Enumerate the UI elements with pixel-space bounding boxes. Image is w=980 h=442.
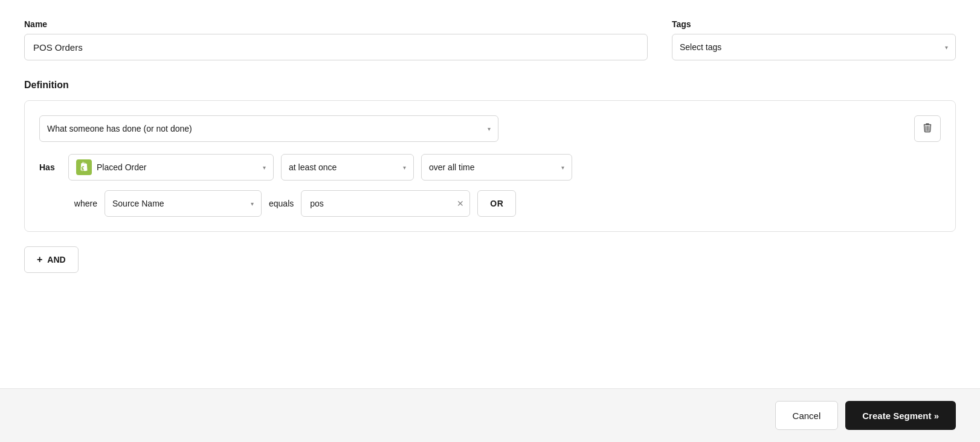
condition-type-row: What someone has done (or not done) ▾ <box>39 115 941 142</box>
tags-placeholder: Select tags <box>680 42 940 52</box>
action-text: Placed Order <box>97 162 258 172</box>
filter-value-wrapper: ✕ <box>301 190 470 217</box>
has-label: Has <box>39 162 61 172</box>
tags-label: Tags <box>672 19 956 29</box>
time-range-chevron-icon: ▾ <box>561 164 564 171</box>
tags-select[interactable]: Select tags ▾ <box>672 34 956 60</box>
main-content: Name Tags Select tags ▾ Definition What … <box>0 0 980 388</box>
definition-section: Definition What someone has done (or not… <box>24 80 956 232</box>
condition-type-select[interactable]: What someone has done (or not done) ▾ <box>39 115 498 142</box>
top-row: Name Tags Select tags ▾ <box>24 19 956 60</box>
time-range-select[interactable]: over all time ▾ <box>421 154 572 181</box>
trash-icon <box>923 122 932 135</box>
delete-condition-button[interactable] <box>914 115 941 142</box>
source-select[interactable]: Source Name ▾ <box>105 190 262 217</box>
action-select[interactable]: Placed Order ▾ <box>68 154 274 181</box>
or-button[interactable]: OR <box>477 190 516 217</box>
footer-bar: Cancel Create Segment » <box>0 388 980 442</box>
action-chevron-icon: ▾ <box>263 164 266 171</box>
name-input[interactable] <box>24 34 648 60</box>
shopify-icon <box>76 159 92 175</box>
condition-type-chevron-icon: ▾ <box>488 126 491 132</box>
has-row: Has Placed Order ▾ <box>39 154 941 181</box>
page-wrapper: Name Tags Select tags ▾ Definition What … <box>0 0 980 442</box>
where-label: where <box>68 199 97 208</box>
where-row: where Source Name ▾ equals ✕ OR <box>68 190 941 217</box>
create-segment-button[interactable]: Create Segment » <box>845 401 956 430</box>
source-chevron-icon: ▾ <box>251 200 254 207</box>
source-text: Source Name <box>112 199 246 208</box>
close-icon: ✕ <box>457 199 464 208</box>
frequency-chevron-icon: ▾ <box>403 164 406 171</box>
definition-title: Definition <box>24 80 956 91</box>
clear-value-button[interactable]: ✕ <box>457 199 464 208</box>
and-button-label: AND <box>47 255 65 264</box>
frequency-text: at least once <box>289 162 398 172</box>
frequency-select[interactable]: at least once ▾ <box>281 154 414 181</box>
plus-icon: + <box>37 254 42 265</box>
time-range-text: over all time <box>429 162 556 172</box>
name-label: Name <box>24 19 648 29</box>
definition-box: What someone has done (or not done) ▾ Ha… <box>24 100 956 232</box>
equals-label: equals <box>269 199 294 208</box>
and-button[interactable]: + AND <box>24 246 79 273</box>
tags-chevron-icon: ▾ <box>945 44 948 51</box>
condition-type-text: What someone has done (or not done) <box>47 124 483 133</box>
name-field-group: Name <box>24 19 648 60</box>
cancel-button[interactable]: Cancel <box>775 401 839 430</box>
filter-value-input[interactable] <box>301 190 470 217</box>
tags-field-group: Tags Select tags ▾ <box>672 19 956 60</box>
